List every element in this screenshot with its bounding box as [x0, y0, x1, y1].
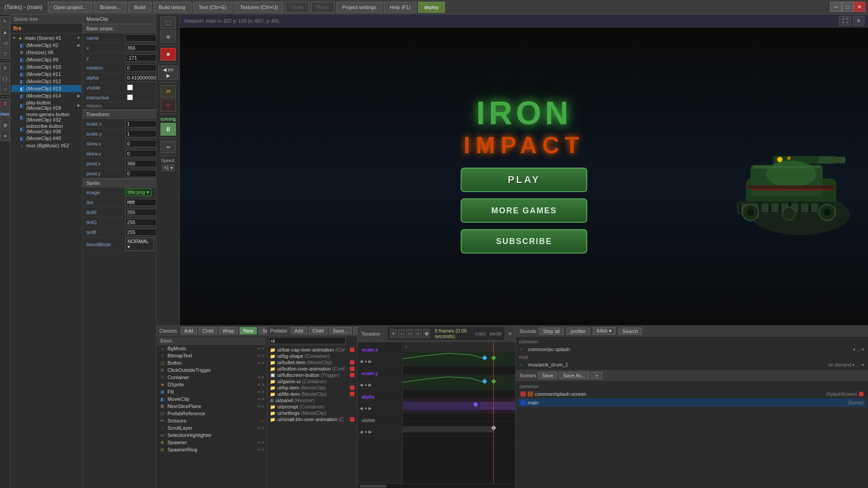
scale-tool[interactable]: ▽: [0, 49, 10, 59]
sound-action-btn-4[interactable]: ..: [857, 362, 860, 367]
bitrate-button[interactable]: 64kb ▾: [593, 327, 616, 335]
scene-item-splash[interactable]: common/splash-screen (SplashScreen): [518, 390, 866, 399]
profiler-button[interactable]: profiler: [566, 328, 590, 335]
classes-wrap-btn[interactable]: Wrap: [219, 327, 238, 334]
classes-child-btn[interactable]: Child: [198, 327, 217, 334]
prefab-fullscreen[interactable]: 🔲 ui/fullscreen-button (Trigger): [268, 372, 356, 378]
vc-red-btn[interactable]: ■: [160, 48, 176, 61]
class-item-scrolllayer[interactable]: ↕ ScrollLayer < >: [157, 424, 266, 432]
next-key-btn-2[interactable]: ▶: [368, 382, 372, 387]
vc-lang-selector[interactable]: ◀ en ▶: [158, 66, 178, 80]
project-settings-button[interactable]: Project settings: [336, 2, 382, 13]
minimize-btn[interactable]: ─: [830, 2, 842, 12]
prefab-hp-item[interactable]: 📁 ui/hp-item (MovieClip): [268, 385, 356, 391]
tree-item-mc9[interactable]: ◧ (MovieClip) #9: [11, 56, 81, 63]
add-key-btn-2[interactable]: ●: [364, 382, 367, 387]
stop-all-button[interactable]: Stop all: [539, 328, 564, 335]
prefab-settings[interactable]: 📁 ui/settings (MovieClip): [268, 410, 356, 416]
visible-checkbox[interactable]: [127, 84, 133, 90]
game-play-button[interactable]: PLAY: [461, 168, 587, 192]
vc-grid-btn[interactable]: ⊞: [160, 30, 176, 43]
tree-item-more-games-button[interactable]: ◧ more-games-button (MovieClip) #32: [11, 111, 81, 123]
rotate-tool[interactable]: ◁: [0, 38, 10, 48]
grid-tool[interactable]: ⊞: [0, 120, 10, 130]
tintg-input[interactable]: [125, 219, 156, 226]
scaley-input[interactable]: [125, 130, 156, 137]
sound-item-pc-splash[interactable]: ♪ common/pc-splash ▾ .. ▾: [517, 345, 867, 353]
class-item-prefabref[interactable]: ⬡ PrefabReference: [157, 410, 266, 417]
prev-key-btn-3[interactable]: ◀: [359, 406, 363, 411]
y-input[interactable]: [125, 54, 156, 61]
prev-key-btn-4[interactable]: ◀: [359, 429, 363, 434]
sound-action-btn-5[interactable]: ▾: [862, 362, 864, 367]
scalex-input[interactable]: [125, 120, 156, 127]
tree-item-mc11[interactable]: ◧ (MovieClip) #11: [11, 70, 81, 78]
prefab-small-btn[interactable]: 📁 ui/small-btn-over-animation (C: [268, 416, 356, 422]
delete-tool[interactable]: 🗑: [0, 99, 10, 108]
tree-item-mc2[interactable]: ◧ (MovieClip) #2 ▶: [11, 42, 81, 49]
sounds-search-button[interactable]: Search: [618, 328, 642, 335]
cursor-tool[interactable]: ↖: [0, 16, 10, 26]
scenes-add-btn[interactable]: +: [591, 372, 602, 379]
next-key-btn-3[interactable]: ▶: [368, 406, 372, 411]
scenes-save-as-btn[interactable]: Save As...: [559, 372, 590, 379]
tint-input[interactable]: [125, 199, 156, 206]
prefab-game-ui[interactable]: 📁 ui/game-ui (Container): [268, 378, 356, 385]
sound-item-amb-drum[interactable]: ♪ mus/amb_drum_1 on demand ▾ .. ▾: [517, 361, 867, 369]
vc-prefab-btn[interactable]: ⬡: [160, 99, 176, 112]
image-select[interactable]: title.png ▾: [125, 188, 151, 196]
prefab-life-item[interactable]: 📁 ui/life-item (MovieClip): [268, 391, 356, 397]
extra-tool[interactable]: ✦: [0, 131, 10, 141]
code-tool[interactable]: { }: [0, 74, 10, 84]
fullscreen-btn[interactable]: ⛶: [839, 16, 851, 26]
close-btn[interactable]: ×: [854, 2, 865, 12]
class-item-bitmaptext[interactable]: T BitmapText < >: [157, 352, 266, 359]
next-key-btn[interactable]: ▶: [368, 359, 372, 364]
speed-select[interactable]: ×1 ▾: [162, 164, 174, 171]
sound-action-btn-2[interactable]: ..: [857, 347, 860, 352]
tree-item-play-button[interactable]: ◧ play-button (MovieClip) #28 ▶: [11, 99, 81, 111]
class-item-container[interactable]: □ Container < >: [157, 374, 266, 381]
game-subscribe-button[interactable]: SUBSCRIBE: [461, 229, 587, 253]
tree-item-mc13[interactable]: ◧ (MovieClip) #13: [11, 85, 81, 92]
prefab-tool[interactable]: ⬡: [0, 84, 10, 94]
class-item-dsprite[interactable]: ◈ DSprite < >: [157, 381, 266, 388]
prev-key-btn[interactable]: ◀: [359, 359, 363, 364]
prev-key-btn-2[interactable]: ◀: [359, 382, 363, 387]
tl-expand-btn[interactable]: →: [406, 329, 413, 338]
build-button[interactable]: Build: [128, 2, 151, 13]
classes-add-btn[interactable]: Add: [181, 327, 197, 334]
game-more-games-button[interactable]: MORE GAMES: [461, 198, 587, 223]
scenes-save-btn[interactable]: Save: [538, 372, 557, 379]
scene-item-main[interactable]: main (Scene): [518, 399, 866, 407]
class-item-clickoutside[interactable]: ⊙ ClickOutsideTrigger: [157, 366, 266, 374]
prefabs-save-btn[interactable]: Save...: [329, 327, 352, 334]
prefab-bullet-item[interactable]: 📁 ui/bullet-item (MovieClip): [268, 359, 356, 366]
textures-button[interactable]: Textures (Ctrl+U): [234, 2, 283, 13]
help-button[interactable]: Help (F1): [384, 2, 416, 13]
tintr-input[interactable]: [125, 209, 156, 216]
vc-fit-btn[interactable]: ⛶: [160, 16, 176, 29]
menu-btn-viewport[interactable]: ≡: [853, 16, 864, 26]
class-item-nineslice[interactable]: ⊞ NineSlicePlane < >: [157, 403, 266, 410]
prefab-button-over[interactable]: 📁 ui/button-over-animation (Conf: [268, 366, 356, 372]
timeline-scrollbar[interactable]: [358, 483, 515, 488]
prefabs-child-btn[interactable]: Child: [309, 327, 327, 334]
name-input[interactable]: [125, 34, 156, 42]
notes-tool[interactable]: ≡: [0, 63, 10, 73]
x-input[interactable]: [125, 44, 156, 52]
classes-new-btn[interactable]: New: [240, 327, 257, 334]
tree-item-mc40[interactable]: ◧ (MovieClip) #40: [11, 135, 81, 142]
open-project-button[interactable]: Open project...: [48, 2, 92, 13]
class-item-spawnerring[interactable]: ◎ SpawnerRing < >: [157, 446, 266, 453]
add-key-btn-4[interactable]: ●: [364, 429, 367, 434]
prefab-panel[interactable]: ⊞ ui/panel (Resizer): [268, 397, 356, 404]
tl-add-btn[interactable]: +: [390, 329, 397, 338]
redo-button[interactable]: Redo: [311, 2, 335, 13]
prefabs-search-input[interactable]: [269, 337, 346, 344]
rotation-input[interactable]: [125, 64, 156, 71]
interactive-checkbox[interactable]: [127, 94, 133, 100]
class-item-scissors[interactable]: ✂ Scissors ⚠: [157, 417, 266, 424]
skewy-input[interactable]: [125, 150, 156, 157]
pivoty-input[interactable]: [125, 170, 156, 177]
